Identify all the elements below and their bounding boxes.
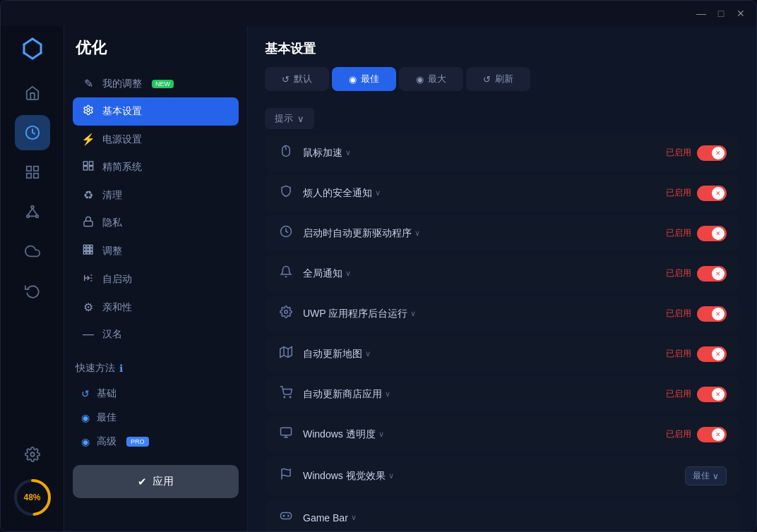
sidebar-bottom: 48%	[13, 437, 52, 524]
auto-update-driver-label: 启动时自动更新驱动程序 ∨	[303, 227, 657, 240]
auto-update-map-toggle[interactable]	[697, 346, 727, 362]
progress-label: 48%	[23, 492, 40, 502]
apply-button[interactable]: ✔ 应用	[73, 465, 239, 498]
uwp-background-status: 已启用	[666, 308, 691, 320]
quick-methods-section: 快速方法 ℹ ↺ 基础 ◉ 最佳 ◉ 高级 PRO	[73, 362, 239, 454]
maximize-button[interactable]: □	[711, 4, 731, 23]
win-visual-label: Windows 视觉效果 ∨	[303, 470, 676, 483]
svg-rect-7	[26, 167, 30, 171]
auto-update-driver-chevron: ∨	[415, 229, 420, 238]
uwp-background-chevron: ∨	[410, 309, 416, 318]
tab-default[interactable]: ↺ 默认	[265, 67, 329, 91]
global-notify-toggle[interactable]	[697, 266, 727, 282]
nav-item-misc[interactable]: — 汉名	[73, 321, 239, 348]
titlebar: — □ ✕	[1, 1, 756, 26]
tab-best-icon: ◉	[349, 74, 357, 85]
nav-item-autostart[interactable]: 自启动	[73, 265, 239, 294]
svg-point-20	[87, 109, 90, 111]
svg-point-11	[31, 206, 34, 209]
nav-item-my-adjust[interactable]: ✎ 我的调整 NEW	[73, 70, 239, 97]
uwp-background-label: UWP 应用程序后台运行 ∨	[303, 308, 657, 320]
quick-advanced-label: 高级	[97, 435, 117, 448]
new-badge: NEW	[152, 80, 174, 88]
svg-rect-53	[281, 513, 292, 519]
nav-item-basic-settings-label: 基本设置	[102, 105, 142, 118]
svg-rect-8	[33, 167, 37, 171]
win-visual-select[interactable]: 最佳 ∨	[685, 466, 727, 485]
auto-update-store-toggle[interactable]	[697, 387, 727, 402]
nav-item-basic-settings[interactable]: 基本设置	[73, 97, 239, 126]
global-notify-status: 已启用	[666, 267, 691, 279]
tab-best[interactable]: ◉ 最佳	[332, 67, 396, 91]
mode-tabs: ↺ 默认 ◉ 最佳 ◉ 最大 ↺ 刷新	[265, 67, 739, 91]
svg-line-14	[28, 208, 32, 214]
svg-rect-33	[87, 252, 89, 254]
setting-global-notify: 全局通知 ∨ 已启用	[265, 255, 739, 291]
close-button[interactable]: ✕	[731, 4, 751, 23]
main-layout: 48% 优化 ✎ 我的调整 NEW 基本设置	[1, 26, 756, 531]
autostart-icon	[81, 272, 95, 286]
nav-item-slim[interactable]: 精简系统	[73, 153, 239, 181]
auto-update-driver-controls: 已启用	[666, 226, 727, 241]
svg-marker-44	[280, 347, 292, 358]
svg-point-43	[285, 310, 288, 314]
security-notify-toggle[interactable]	[697, 186, 727, 201]
nav-item-power[interactable]: ⚡ 电源设置	[73, 126, 239, 153]
mouse-accel-toggle[interactable]	[697, 145, 727, 161]
content-panel: 基本设置 ↺ 默认 ◉ 最佳 ◉ 最大 ↺	[248, 26, 756, 531]
quick-methods-title: 快速方法 ℹ	[73, 362, 239, 375]
auto-update-driver-toggle[interactable]	[697, 226, 727, 241]
sidebar-optimize-button[interactable]	[15, 115, 50, 150]
app-logo	[17, 33, 48, 64]
win-transparency-toggle[interactable]	[697, 427, 727, 442]
tab-refresh[interactable]: ↺ 刷新	[466, 67, 530, 91]
sidebar-home-button[interactable]	[15, 75, 50, 111]
win-visual-select-label: 最佳	[693, 470, 710, 482]
svg-rect-32	[83, 252, 85, 254]
win-transparency-icon	[278, 426, 294, 442]
sidebar-tools-button[interactable]	[15, 194, 50, 229]
nav-item-autostart-label: 自启动	[102, 273, 132, 286]
sidebar-settings-button[interactable]	[15, 437, 50, 472]
sidebar-apps-button[interactable]	[15, 155, 50, 190]
svg-rect-27	[87, 245, 89, 247]
uwp-background-icon	[278, 306, 294, 322]
uwp-background-controls: 已启用	[666, 306, 727, 322]
win-visual-chevron: ∨	[388, 471, 394, 480]
nav-item-adjust[interactable]: 调整	[73, 237, 239, 265]
quick-basic[interactable]: ↺ 基础	[73, 382, 239, 406]
nav-item-affinity[interactable]: ⚙ 亲和性	[73, 294, 239, 321]
security-notify-chevron: ∨	[375, 188, 381, 198]
slim-icon	[81, 160, 95, 174]
hint-bar[interactable]: 提示 ∨	[265, 108, 314, 129]
sidebar-history-button[interactable]	[15, 273, 50, 308]
setting-win-transparency: Windows 透明度 ∨ 已启用	[265, 416, 739, 452]
adjust-icon	[81, 244, 95, 258]
tab-max[interactable]: ◉ 最大	[399, 67, 463, 91]
global-notify-label: 全局通知 ∨	[303, 267, 657, 280]
quick-advanced[interactable]: ◉ 高级 PRO	[73, 430, 239, 454]
svg-rect-29	[83, 248, 85, 250]
nav-panel: 优化 ✎ 我的调整 NEW 基本设置 ⚡ 电源设置	[64, 26, 248, 531]
affinity-icon: ⚙	[81, 301, 95, 314]
tab-max-label: 最大	[428, 73, 446, 85]
mouse-accel-controls: 已启用	[666, 145, 727, 161]
nav-item-slim-label: 精简系统	[102, 161, 142, 174]
svg-rect-24	[89, 167, 93, 170]
uwp-background-toggle[interactable]	[697, 306, 727, 322]
svg-rect-23	[83, 167, 87, 170]
nav-item-clean[interactable]: ♻ 清理	[73, 181, 239, 209]
nav-item-power-label: 电源设置	[102, 133, 142, 146]
minimize-button[interactable]: —	[691, 4, 711, 23]
win-visual-icon	[278, 468, 294, 484]
setting-win-visual: Windows 视觉效果 ∨ 最佳 ∨	[265, 457, 739, 495]
mouse-accel-label: 鼠标加速 ∨	[303, 147, 657, 159]
svg-rect-9	[33, 174, 37, 178]
security-notify-label: 烦人的安全通知 ∨	[303, 187, 657, 200]
sidebar-cloud-button[interactable]	[15, 234, 50, 269]
quick-best[interactable]: ◉ 最佳	[73, 406, 239, 430]
nav-title: 优化	[73, 37, 239, 59]
mouse-accel-icon	[278, 145, 294, 161]
nav-item-clean-label: 清理	[102, 189, 122, 202]
nav-item-privacy[interactable]: 隐私	[73, 209, 239, 237]
